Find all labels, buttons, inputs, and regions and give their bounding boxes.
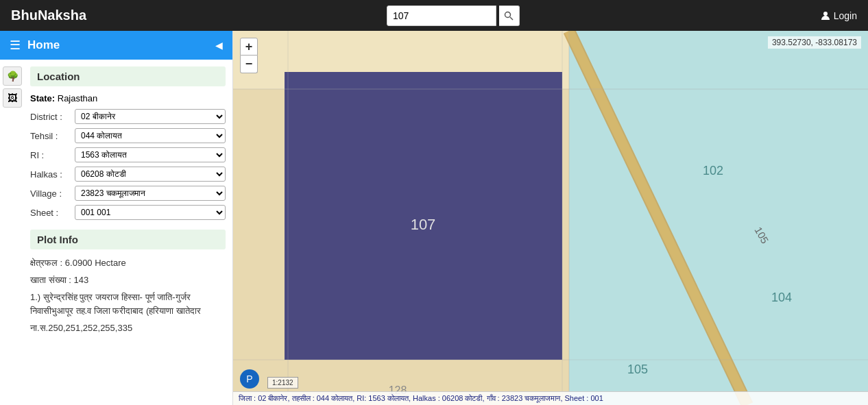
halkas-select[interactable]: 06208 कोटडी: [75, 167, 226, 182]
state-display: State: Rajasthan: [30, 93, 226, 103]
search-button[interactable]: [499, 5, 520, 26]
svg-point-2: [823, 12, 828, 16]
zoom-out-button[interactable]: −: [240, 56, 258, 73]
zoom-in-button[interactable]: +: [240, 38, 258, 56]
sidebar-header: ☰ Home ◀: [0, 31, 232, 60]
village-label: Village :: [30, 188, 75, 199]
login-button[interactable]: Login: [820, 10, 857, 21]
sheet-label: Sheet :: [30, 208, 75, 218]
ri-row: RI : 1563 कोलायत: [30, 147, 226, 162]
state-value: Rajasthan: [58, 93, 98, 103]
svg-text:102: 102: [703, 164, 723, 177]
navbar: BhuNaksha Login: [0, 0, 868, 31]
svg-text:104: 104: [771, 291, 792, 304]
area-info: क्षेत्रफल : 6.0900 Hectare: [30, 256, 226, 271]
map-coordinates: 393.52730, -833.08173: [768, 36, 861, 49]
map-status-bar: जिला : 02 बीकानेर, तहसील : 044 कोलायत, R…: [233, 391, 868, 405]
icon-strip: 🌳 🖼: [0, 62, 25, 112]
district-row: District : 02 बीकानेर: [30, 109, 226, 124]
sidebar-content: Location State: Rajasthan District : 02 …: [0, 60, 232, 345]
sheet-select[interactable]: 001 001: [75, 205, 226, 220]
svg-point-0: [505, 12, 511, 17]
svg-text:107: 107: [411, 216, 436, 233]
brand-logo: BhuNaksha: [11, 8, 86, 23]
hamburger-icon[interactable]: ☰: [10, 38, 21, 53]
home-label: Home: [27, 38, 60, 52]
plot-info-title: Plot Info: [30, 230, 226, 249]
tree-icon-button[interactable]: 🌳: [3, 66, 22, 86]
map-svg: 107 102 104 105 105 128: [233, 31, 868, 405]
search-input[interactable]: [387, 5, 496, 26]
plot-numbers: ना.स.250,251,252,255,335: [30, 321, 226, 336]
user-icon: [820, 10, 831, 21]
account-info: खाता संख्या : 143: [30, 273, 226, 288]
svg-line-1: [510, 17, 513, 20]
sidebar-collapse-button[interactable]: ◀: [215, 40, 223, 51]
pin-icon: P: [246, 373, 252, 384]
village-row: Village : 23823 चकमूलाजमान: [30, 186, 226, 201]
village-select[interactable]: 23823 चकमूलाजमान: [75, 186, 226, 201]
halkas-row: Halkas : 06208 कोटडी: [30, 167, 226, 182]
image-icon-button[interactable]: 🖼: [3, 88, 22, 108]
halkas-label: Halkas :: [30, 169, 75, 180]
owner-info: 1.) सुरेन्द्रसिंह पुत्र जयराज हिस्सा- पू…: [30, 291, 226, 319]
map-scale: 1:2132: [267, 377, 298, 389]
plot-info-content: क्षेत्रफल : 6.0900 Hectare खाता संख्या :…: [30, 256, 226, 336]
ri-select[interactable]: 1563 कोलायत: [75, 147, 226, 162]
sidebar: ☰ Home ◀ 🌳 🖼 Location State: Rajasthan D…: [0, 31, 233, 405]
location-section-title: Location: [30, 66, 226, 86]
search-bar: [387, 5, 520, 26]
zoom-controls: + −: [240, 38, 258, 73]
tehsil-label: Tehsil :: [30, 131, 75, 141]
tehsil-select[interactable]: 044 कोलायत: [75, 128, 226, 143]
svg-text:105: 105: [627, 363, 648, 376]
sheet-row: Sheet : 001 001: [30, 205, 226, 220]
state-label-text: State:: [30, 93, 55, 103]
main-layout: ☰ Home ◀ 🌳 🖼 Location State: Rajasthan D…: [0, 31, 868, 405]
map-location-pin[interactable]: P: [240, 369, 259, 389]
map-container[interactable]: 393.52730, -833.08173 + − 107 102 104 10…: [233, 31, 868, 405]
tehsil-row: Tehsil : 044 कोलायत: [30, 128, 226, 143]
ri-label: RI :: [30, 150, 75, 160]
sidebar-header-left: ☰ Home: [10, 38, 60, 53]
district-label: District :: [30, 112, 75, 122]
district-select[interactable]: 02 बीकानेर: [75, 109, 226, 124]
search-icon: [504, 11, 514, 21]
plot-info-section: Plot Info क्षेत्रफल : 6.0900 Hectare खात…: [30, 230, 226, 336]
